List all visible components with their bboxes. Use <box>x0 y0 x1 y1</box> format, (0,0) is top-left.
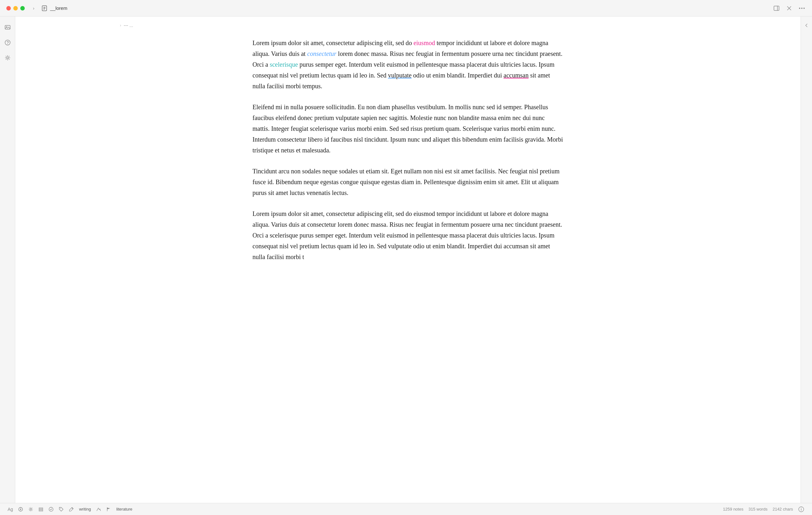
svg-point-8 <box>799 8 800 9</box>
p1-text-before-eiusmod: Lorem ipsum dolor sit amet, consectetur … <box>253 39 414 46</box>
paragraph-2: Eleifend mi in nulla posuere sollicitudi… <box>253 102 563 156</box>
svg-point-9 <box>801 8 803 9</box>
status-literature[interactable]: literature <box>116 507 133 512</box>
p1-text-after-vulputate: odio ut enim blandit. Imperdiet dui <box>412 72 504 79</box>
maximize-button[interactable] <box>20 6 25 10</box>
status-target[interactable] <box>18 507 23 512</box>
status-mountain[interactable] <box>96 507 101 512</box>
statusbar: Ag <box>0 503 812 515</box>
literature-label: literature <box>116 507 133 512</box>
editor-scroll[interactable]: Lorem ipsum dolor sit amet, consectetur … <box>15 31 801 503</box>
p1-accumsan-underline: accumsan <box>504 72 529 79</box>
svg-rect-4 <box>774 6 779 10</box>
flag-icon <box>106 507 111 512</box>
minimize-button[interactable] <box>13 6 18 10</box>
content-area: › --- ... Lorem ipsum dolor sit amet, co… <box>15 17 801 503</box>
status-info: 1259 notes 315 words 2142 chars <box>723 507 793 512</box>
words-count: 315 words <box>749 507 767 512</box>
panel-button[interactable] <box>773 4 780 12</box>
svg-point-15 <box>7 57 8 59</box>
p1-vulputate-underline: vulputate <box>388 72 411 79</box>
p1-eiusmod-highlight: eiusmod <box>414 39 435 46</box>
status-writing[interactable]: writing <box>79 507 91 512</box>
notes-count: 1259 notes <box>723 507 743 512</box>
sidebar-toggle-button[interactable]: › <box>30 4 37 12</box>
sidebar-icon-settings[interactable] <box>3 53 12 62</box>
breadcrumb-separator: --- ... <box>124 23 133 28</box>
svg-rect-22 <box>39 509 43 510</box>
sidebar-icon-help[interactable] <box>3 38 12 47</box>
close-doc-button[interactable] <box>785 4 793 12</box>
titlebar: › __lorem <box>0 0 812 17</box>
svg-point-13 <box>5 40 10 45</box>
right-sidebar-toggle <box>801 17 812 503</box>
document-icon <box>41 5 48 11</box>
svg-rect-21 <box>39 508 43 509</box>
mountain-icon <box>96 507 101 512</box>
tag-icon <box>59 507 64 512</box>
paragraph-3: Tincidunt arcu non sodales neque sodales… <box>253 166 563 198</box>
breadcrumb: › --- ... <box>120 23 133 28</box>
writing-label: writing <box>79 507 91 512</box>
p4-text: Lorem ipsum dolor sit amet, consectetur … <box>253 210 562 260</box>
right-toggle-button[interactable] <box>803 22 810 29</box>
chars-count: 2142 chars <box>773 507 793 512</box>
more-button[interactable] <box>798 4 806 12</box>
doc-header: › --- ... <box>15 17 801 31</box>
svg-rect-23 <box>39 510 43 511</box>
info-icon <box>799 507 804 512</box>
svg-point-24 <box>49 507 53 511</box>
traffic-lights <box>6 6 25 10</box>
p1-consectetur-highlight: consectetur <box>307 50 336 57</box>
check-icon <box>49 507 54 512</box>
sidebar-icon-image[interactable] <box>3 23 12 32</box>
svg-point-14 <box>7 44 8 44</box>
app-window: › __lorem <box>0 0 812 515</box>
status-tag[interactable] <box>59 507 64 512</box>
status-check[interactable] <box>49 507 54 512</box>
paragraph-1: Lorem ipsum dolor sit amet, consectetur … <box>253 37 563 91</box>
stack-icon <box>38 507 44 512</box>
status-stack[interactable] <box>38 507 44 512</box>
left-sidebar <box>0 17 15 503</box>
svg-rect-11 <box>5 25 10 29</box>
svg-point-20 <box>30 508 32 510</box>
status-ag[interactable]: Ag <box>8 507 13 512</box>
status-flag[interactable] <box>106 507 111 512</box>
titlebar-actions <box>773 4 806 12</box>
target-icon <box>18 507 23 512</box>
status-gear[interactable] <box>28 507 33 512</box>
pencil-icon <box>69 507 74 512</box>
svg-point-17 <box>20 509 21 510</box>
info-button[interactable] <box>798 506 804 512</box>
breadcrumb-chevron: › <box>120 23 121 28</box>
p1-scelerisque-highlight: scelerisque <box>270 61 298 68</box>
svg-point-10 <box>804 8 805 9</box>
main-layout: › --- ... Lorem ipsum dolor sit amet, co… <box>0 17 812 503</box>
paragraph-4: Lorem ipsum dolor sit amet, consectetur … <box>253 208 563 262</box>
close-button[interactable] <box>6 6 11 10</box>
editor-content: Lorem ipsum dolor sit amet, consectetur … <box>233 31 582 304</box>
svg-point-25 <box>60 508 61 509</box>
document-title: __lorem <box>50 5 773 11</box>
gear-status-icon <box>28 507 33 512</box>
svg-point-30 <box>801 508 802 508</box>
ag-icon: Ag <box>8 507 13 512</box>
status-pencil[interactable] <box>69 507 74 512</box>
